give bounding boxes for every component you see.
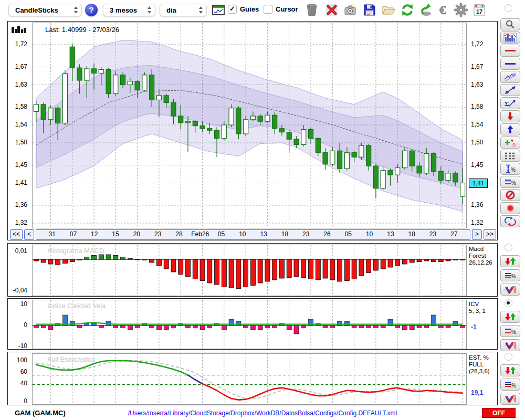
add-signal-button[interactable] bbox=[500, 136, 520, 149]
help-button[interactable]: ? bbox=[85, 4, 98, 16]
channel-button[interactable] bbox=[500, 71, 520, 83]
refresh-small-button[interactable] bbox=[500, 215, 520, 227]
icv-panel: 100-10 Indice Calidad Vela ICV 5, 3, 1 -… bbox=[7, 298, 498, 350]
zigzag-channel-icon bbox=[504, 72, 517, 82]
stochastic-curves-button[interactable] bbox=[500, 393, 520, 405]
red-x-icon bbox=[325, 3, 339, 17]
stochastic-tick-label: 40 bbox=[20, 380, 27, 387]
icv-curves-button[interactable] bbox=[500, 339, 520, 351]
period-select[interactable]: 3 mesos bbox=[103, 4, 155, 16]
status-bar: GAM (GAM.MC) /Users/mserra/Library/Cloud… bbox=[0, 406, 525, 420]
interval-value: dia bbox=[166, 6, 198, 14]
x-axis-date-label: 05 bbox=[211, 230, 232, 239]
macd-signals-button[interactable] bbox=[500, 255, 520, 267]
disable-button[interactable] bbox=[500, 189, 520, 201]
macd-curves-button[interactable] bbox=[500, 284, 520, 296]
nav-prev-button[interactable]: < bbox=[24, 229, 34, 240]
icv-signals-button[interactable] bbox=[500, 311, 520, 323]
price-tick-label: 1,50 bbox=[471, 139, 483, 146]
candlestick-plot[interactable]: Last: 1.40999 - 27/03/26 bbox=[32, 23, 467, 228]
price-tick-label: 1,58 bbox=[15, 103, 27, 110]
indicator-chart-button[interactable] bbox=[500, 32, 520, 44]
x-axis-date-label: 10 bbox=[232, 230, 253, 239]
open-button[interactable] bbox=[381, 3, 396, 17]
icv-radio[interactable] bbox=[505, 299, 512, 307]
icv-tick-label: 0 bbox=[24, 321, 27, 329]
stochastic-current-value: 19,1 bbox=[471, 389, 483, 396]
nav-next-button[interactable]: > bbox=[472, 229, 482, 240]
stochastic-percent-button[interactable]: % bbox=[500, 379, 520, 391]
chart-type-select[interactable]: CandleSticks bbox=[8, 4, 82, 16]
interval-select[interactable]: dia bbox=[160, 4, 207, 16]
trash-button[interactable] bbox=[304, 3, 319, 17]
record-button[interactable] bbox=[500, 202, 520, 214]
snapshot-button[interactable] bbox=[343, 3, 358, 17]
chart-window-button[interactable] bbox=[211, 3, 226, 17]
icv-percent-button[interactable]: % bbox=[500, 325, 520, 337]
guies-checkbox[interactable]: ✓ Guies bbox=[228, 5, 259, 14]
up-arrow-button[interactable] bbox=[500, 123, 520, 135]
price-tick-label: 1,58 bbox=[471, 103, 483, 110]
date-axis-strip[interactable]: 31071215202328Feb26051013182326051013182… bbox=[36, 229, 470, 240]
calendar-day-text: 17 bbox=[476, 8, 482, 15]
date-navbar: << < 31071215202328Feb260510131823260510… bbox=[10, 229, 496, 240]
x-axis-date-label: 15 bbox=[105, 230, 126, 239]
x-axis-date-label: 23 bbox=[296, 230, 317, 239]
macd-percent-button[interactable]: % bbox=[500, 269, 520, 281]
lines-percent-icon: % bbox=[504, 177, 517, 187]
period-value: 3 mesos bbox=[110, 6, 147, 14]
chart-window-icon bbox=[212, 5, 225, 15]
chart-type-value: CandleSticks bbox=[15, 6, 74, 14]
nav-first-button[interactable]: << bbox=[10, 229, 23, 240]
off-toggle-button[interactable]: OFF bbox=[482, 408, 516, 418]
price-tick-label: 1,54 bbox=[15, 121, 27, 128]
stochastic-tick-label: 100 bbox=[17, 356, 27, 364]
stochastic-tick-label: 0 bbox=[24, 397, 27, 405]
trading-app-window: CandleSticks ? 3 mesos dia ✓ Guies Cur bbox=[0, 0, 525, 420]
save-button[interactable] bbox=[362, 3, 377, 17]
camera-icon bbox=[344, 3, 358, 17]
stochastic-radio[interactable] bbox=[505, 353, 512, 361]
x-axis-date-label: 23 bbox=[147, 230, 168, 239]
measure-percent-button[interactable]: % bbox=[500, 163, 520, 175]
zoom-button[interactable] bbox=[500, 18, 520, 30]
candlestick-chart bbox=[33, 23, 466, 228]
currency-button[interactable]: € bbox=[437, 3, 452, 17]
x-axis-date-label: 12 bbox=[84, 230, 105, 239]
cursor-checkbox[interactable]: Cursor bbox=[264, 5, 298, 14]
red-line-button[interactable] bbox=[500, 45, 520, 57]
lines-percent-icon: % bbox=[504, 380, 517, 390]
config-path-link[interactable]: /Users/mserra/Library/CloudStorage/Dropb… bbox=[0, 410, 525, 417]
stochastic-tick-label: 60 bbox=[20, 368, 27, 375]
delete-button[interactable] bbox=[324, 3, 339, 17]
sync-button[interactable] bbox=[419, 3, 434, 17]
lines-percent-icon: % bbox=[504, 326, 517, 336]
mini-histogram-icon bbox=[503, 33, 517, 43]
chevron-updown-icon bbox=[74, 6, 78, 14]
icv-tick-label: -10 bbox=[18, 342, 27, 350]
price-tick-label: 1,41 bbox=[15, 179, 27, 186]
x-axis-date-label: 26 bbox=[317, 230, 338, 239]
main-chart-radio[interactable] bbox=[505, 4, 512, 12]
green-s-arrow-icon bbox=[419, 3, 433, 17]
nav-last-button[interactable]: >> bbox=[484, 229, 496, 240]
blue-line-button[interactable] bbox=[500, 58, 520, 70]
settings-button[interactable] bbox=[454, 3, 468, 17]
down-arrow-button[interactable] bbox=[500, 110, 520, 122]
red-dot-icon bbox=[504, 203, 517, 213]
blue-line-icon bbox=[504, 59, 517, 69]
trash-icon bbox=[306, 3, 318, 17]
refresh-button[interactable] bbox=[400, 3, 415, 17]
icv-watermark: Indice Calidad Vela bbox=[47, 302, 106, 310]
trendline-button[interactable] bbox=[500, 84, 520, 96]
stochastic-label: EST. % FULL (28,3,6) bbox=[469, 354, 497, 375]
macd-radio[interactable] bbox=[505, 244, 512, 251]
trendline-arrow-icon bbox=[504, 85, 517, 95]
price-axis-left: 1,721,671,631,581,541,501,451,411,361,32 bbox=[8, 23, 30, 241]
stochastic-signals-button[interactable] bbox=[500, 364, 520, 376]
sum-trend-button[interactable]: Σ bbox=[500, 97, 520, 109]
lines-percent-button[interactable]: % bbox=[500, 176, 520, 188]
dashed-lines-button[interactable] bbox=[500, 150, 520, 162]
calendar-button[interactable]: 17 bbox=[472, 3, 487, 17]
stochastic-axis: 10060400 bbox=[8, 353, 30, 406]
